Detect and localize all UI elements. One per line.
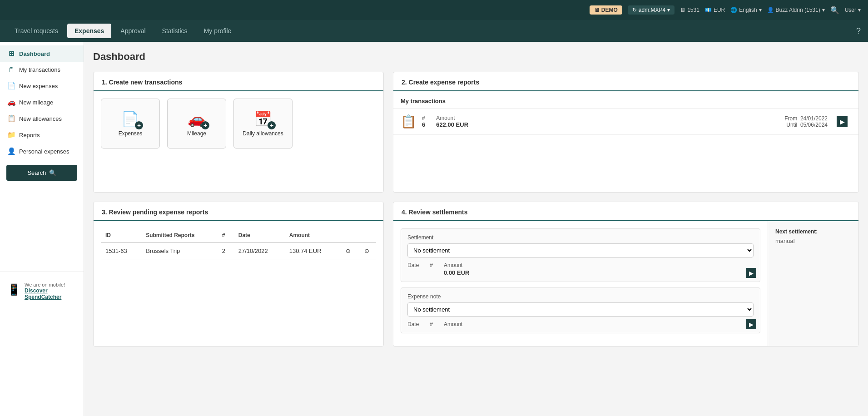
bottom-sections-row: 3. Review pending expense reports ID Sub… [93, 202, 859, 347]
user-icon: 👤 [767, 7, 774, 13]
nav-my-profile[interactable]: My profile [197, 24, 239, 38]
row-num: 2 [218, 243, 234, 259]
col-id: ID [101, 228, 141, 243]
reports-icon: 📁 [7, 131, 15, 139]
settlement-amount-col: Amount 0.00 EUR [444, 262, 469, 276]
mileage-icon: 🚗 [7, 98, 15, 106]
settlement-arrow-2[interactable]: ▶ [746, 319, 756, 329]
row-amount: 130.74 EUR [285, 243, 339, 259]
currency-icon: 💶 [705, 7, 712, 13]
expense-date-col: Date [407, 321, 419, 327]
demo-button[interactable]: 🖥 DEMO [590, 5, 622, 15]
expense-note-select[interactable]: No settlement [407, 302, 754, 317]
sidebar-item-my-transactions[interactable]: 🗒 My transactions [0, 62, 84, 78]
expense-amount-col: Amount [444, 321, 462, 327]
tx-dates: From 24/01/2022 Until 05/06/2024 [784, 115, 828, 128]
sidebar-label-my-transactions: My transactions [19, 66, 60, 73]
adm-button[interactable]: ↻ adm:MXP4 ▾ [628, 5, 675, 15]
sidebar-item-dashboard[interactable]: ⊞ Dashboard [0, 45, 84, 62]
sidebar-item-new-allowances[interactable]: 📋 New allowances [0, 110, 84, 127]
user-role-item: User ▾ [845, 7, 861, 13]
section-expense-reports: 2. Create expense reports My transaction… [393, 72, 859, 193]
tx-amount-label: Amount [436, 115, 468, 121]
language-item[interactable]: 🌐 English ▾ [730, 7, 761, 13]
tx-until-label: Until [786, 122, 797, 128]
transaction-cards: 📄 + Expenses 🚗 + Mileage [94, 91, 383, 156]
next-settlement-title: Next settlement: [775, 228, 851, 235]
search-button[interactable]: Search 🔍 [6, 165, 77, 181]
expense-note-info-row: Date # Amount [407, 321, 754, 327]
row-id: 1531-63 [101, 243, 141, 259]
language-label: English [739, 7, 757, 13]
currency-label: EUR [714, 7, 725, 13]
mileage-card-icon: 🚗 + [188, 110, 206, 128]
reports-table: ID Submitted Reports # Date Amount [101, 228, 376, 259]
content-area: Dashboard 1. Create new transactions 📄 +… [84, 42, 868, 416]
section3-body: ID Submitted Reports # Date Amount [94, 221, 383, 267]
nav-travel-requests[interactable]: Travel requests [7, 24, 65, 38]
tx-number: 6 [422, 121, 425, 128]
expense-card-icon: 📄 + [121, 110, 139, 128]
sidebar-label-dashboard: Dashboard [19, 50, 50, 57]
allowances-icon: 📋 [7, 114, 15, 123]
mobile-promo-link[interactable]: Discover SpendCatcher [25, 287, 76, 300]
sidebar-item-personal-expenses[interactable]: 👤 Personal expenses [0, 143, 84, 159]
sidebar-item-reports[interactable]: 📁 Reports [0, 127, 84, 143]
user-item[interactable]: 👤 Buzz Aldrin (1531) ▾ [767, 7, 825, 13]
expense-card[interactable]: 📄 + Expenses [101, 99, 160, 149]
expense-hash-col: # [430, 321, 433, 327]
row-action1[interactable]: ⊙ [339, 243, 357, 259]
top-sections-row: 1. Create new transactions 📄 + Expenses … [93, 72, 859, 193]
next-settlement-panel: Next settlement: manual [768, 221, 858, 346]
settlement-select[interactable]: No settlement [407, 243, 754, 258]
reports-table-body: 1531-63 Brussels Trip 2 27/10/2022 130.7… [101, 243, 376, 259]
section2-header: 2. Create expense reports [393, 72, 858, 91]
settlements-inner: Settlement No settlement Date # [393, 221, 858, 346]
table-row[interactable]: 1531-63 Brussels Trip 2 27/10/2022 130.7… [101, 243, 376, 259]
section-settlements: 4. Review settlements Settlement No sett… [393, 202, 859, 347]
tx-hash-num: # 6 [422, 115, 425, 128]
page-title: Dashboard [93, 51, 859, 63]
tx-detail-group: # 6 Amount 622.00 EUR From 24/01/2022 [422, 115, 828, 128]
mobile-promo-section: 📱 We are on mobile! Discover SpendCatche… [0, 272, 84, 307]
settlements-left: Settlement No settlement Date # [393, 221, 768, 346]
reports-table-header-row: ID Submitted Reports # Date Amount [101, 228, 376, 243]
sidebar-item-new-expenses[interactable]: 📄 New expenses [0, 78, 84, 94]
tx-arrow-button[interactable]: ▶ [837, 116, 848, 127]
refresh-icon: ↻ [632, 7, 637, 13]
nav-statistics[interactable]: Statistics [155, 24, 195, 38]
mobile-icon: 📱 [7, 283, 21, 296]
tx-until-date: 05/06/2024 [800, 122, 828, 128]
settlement-hash-label: # [430, 262, 433, 268]
mileage-card-label: Mileage [187, 130, 206, 137]
settlement-block-1: Settlement No settlement Date # [401, 228, 760, 282]
sidebar-label-new-expenses: New expenses [19, 83, 58, 89]
section-pending-reports: 3. Review pending expense reports ID Sub… [93, 202, 384, 347]
globe-icon: 🌐 [730, 7, 737, 13]
section-create-transactions: 1. Create new transactions 📄 + Expenses … [93, 72, 384, 193]
doc-icon: 📋 [401, 114, 417, 129]
mileage-card[interactable]: 🚗 + Mileage [167, 99, 226, 149]
expense-amount-label: Amount [444, 321, 462, 327]
reports-table-head: ID Submitted Reports # Date Amount [101, 228, 376, 243]
sidebar-label-new-mileage: New mileage [19, 99, 53, 106]
chevron-down-icon-user: ▾ [822, 7, 825, 13]
tx-until: Until 05/06/2024 [784, 122, 828, 128]
expense-note-label: Expense note [407, 293, 754, 300]
transactions-icon: 🗒 [7, 66, 15, 74]
sidebar-label-personal-expenses: Personal expenses [19, 148, 69, 155]
currency-item[interactable]: 💶 EUR [705, 7, 725, 13]
nav-expenses[interactable]: Expenses [67, 24, 111, 38]
tx-amount-value: 622.00 EUR [436, 121, 468, 128]
help-icon[interactable]: ? [856, 26, 861, 36]
nav-approval[interactable]: Approval [113, 24, 153, 38]
settlement-arrow-1[interactable]: ▶ [746, 268, 756, 278]
sidebar-item-new-mileage[interactable]: 🚗 New mileage [0, 94, 84, 110]
sidebar: ⊞ Dashboard 🗒 My transactions 📄 New expe… [0, 42, 84, 416]
allowances-card[interactable]: 📅 + Daily allowances [233, 99, 293, 149]
sidebar-label-new-allowances: New allowances [19, 115, 62, 122]
instance-item: 🖥 1531 [680, 7, 699, 13]
transaction-row[interactable]: 📋 # 6 Amount 622.00 EUR From [393, 109, 858, 135]
row-action2[interactable]: ⊙ [357, 243, 376, 259]
search-button-top[interactable]: 🔍 [830, 6, 839, 15]
